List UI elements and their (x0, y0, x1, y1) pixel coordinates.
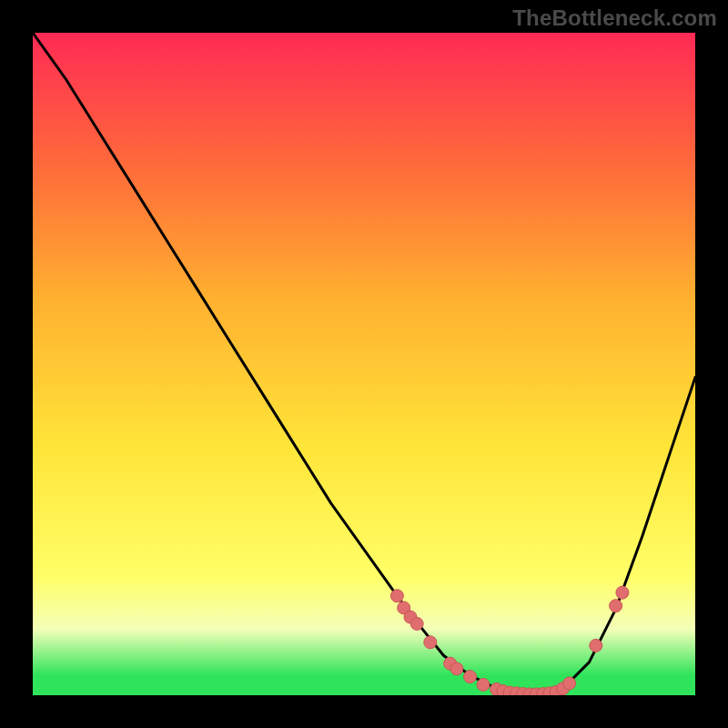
gradient-background (33, 33, 695, 695)
data-point (610, 600, 622, 612)
data-point (563, 677, 576, 690)
data-point (410, 617, 423, 630)
data-point (590, 639, 602, 652)
plot-area (33, 33, 695, 695)
data-point (424, 636, 437, 649)
data-point (464, 671, 477, 683)
data-point (450, 662, 463, 675)
data-point (616, 586, 629, 599)
data-point (477, 678, 490, 691)
watermark-text: TheBottleneck.com (512, 5, 717, 31)
chart-frame: TheBottleneck.com (0, 0, 728, 728)
chart-svg (33, 33, 695, 695)
data-point (390, 590, 403, 602)
